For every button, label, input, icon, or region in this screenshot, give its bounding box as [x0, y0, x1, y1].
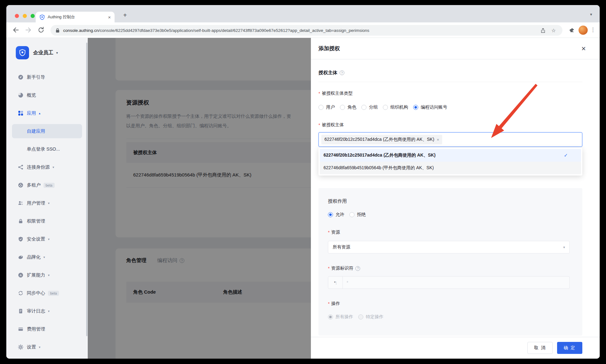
required-marker: *: [318, 122, 320, 128]
back-icon[interactable]: [12, 26, 20, 34]
sidebar-item-applications[interactable]: 应用 ▴: [6, 104, 88, 122]
pie-chart-icon: [18, 92, 23, 98]
sidebar-item-settings[interactable]: 设置 ▾: [6, 338, 88, 356]
radio-allow[interactable]: 允许: [328, 212, 344, 218]
subject-select-input[interactable]: 622746f20b12c25017ad4dca (乙外包商使用的 AK、SK)…: [318, 132, 582, 147]
drawer-title: 添加授权: [318, 45, 581, 52]
circle-a-icon: A: [18, 272, 23, 278]
credit-card-icon: [18, 326, 23, 332]
radio-disabled-icon: [358, 314, 363, 319]
beta-badge: beta: [48, 291, 59, 296]
subject-label: * 被授权主体: [318, 122, 582, 128]
remove-tag-icon[interactable]: ×: [437, 137, 439, 142]
browser-tab[interactable]: Authing 控制台 ×: [36, 12, 115, 22]
dropdown-option-selected[interactable]: 622746f20b12c25017ad4dca (乙外包商使用的 AK、SK)…: [320, 149, 581, 162]
sidebar-item-identity-sources[interactable]: 连接身份源 ▾: [6, 158, 88, 176]
authorization-detail-panel: 授权作用 允许 拒绝 * 资源: [318, 188, 582, 336]
sidebar-item-permission-management[interactable]: 权限管理: [6, 212, 88, 230]
radio-organization[interactable]: 组织机构: [383, 104, 408, 110]
gear-icon: [18, 344, 23, 350]
close-window-button[interactable]: [15, 14, 19, 18]
sidebar-item-sync-center[interactable]: 同步中心 beta: [6, 284, 88, 302]
radio-icon[interactable]: [349, 212, 354, 217]
profile-avatar[interactable]: [579, 26, 588, 35]
sidebar-item-sso[interactable]: 单点登录 SSO...: [6, 140, 88, 158]
help-icon[interactable]: ?: [340, 70, 344, 75]
authing-favicon-shield-icon: [39, 15, 45, 20]
sidebar-item-billing[interactable]: 费用管理: [6, 320, 88, 338]
confirm-button[interactable]: 确 定: [557, 342, 582, 354]
required-marker: *: [328, 301, 330, 306]
zoom-window-button[interactable]: [31, 14, 35, 18]
radio-selected-icon[interactable]: [328, 212, 333, 217]
subject-type-radio-group: 用户 角色 分组 组织机构: [318, 104, 582, 110]
sidebar-item-overview[interactable]: 概览: [6, 86, 88, 104]
radio-programmatic-account[interactable]: 编程访问账号: [413, 104, 447, 110]
compass-icon: [18, 75, 23, 80]
workspace-chevron-down-icon: ▾: [56, 51, 58, 55]
close-icon[interactable]: ×: [581, 45, 586, 52]
browser-window: Authing 控制台 × + ▾ console.authing.cn/con…: [6, 5, 600, 359]
url-text: console.authing.cn/console/6225dd4297dfd…: [63, 28, 540, 33]
minimize-window-button[interactable]: [23, 14, 27, 18]
drawer-body: 授权主体 ? * 被授权主体类型 用户 角色: [311, 59, 600, 337]
share-nodes-icon: [18, 164, 23, 170]
identifier-prefix: *:: [328, 277, 343, 289]
radio-user[interactable]: 用户: [318, 104, 335, 110]
radio-icon[interactable]: [318, 105, 324, 110]
users-icon: [18, 200, 23, 206]
bookmark-star-icon[interactable]: ☆: [551, 27, 556, 33]
selected-menu-pill[interactable]: 自建应用: [12, 124, 82, 138]
tab-close-icon[interactable]: ×: [108, 15, 111, 20]
url-bar[interactable]: console.authing.cn/console/6225dd4297dfd…: [50, 25, 562, 36]
cancel-button[interactable]: 取 消: [527, 342, 553, 354]
radio-icon[interactable]: [361, 105, 366, 110]
chevron-down-icon: ▾: [53, 165, 54, 169]
resource-identifier-input[interactable]: [343, 277, 569, 289]
lock-icon[interactable]: [56, 28, 60, 33]
chevron-down-icon: ▾: [39, 345, 40, 349]
effect-label: 授权作用: [328, 198, 570, 204]
radio-icon[interactable]: [340, 105, 345, 110]
radio-selected-icon[interactable]: [413, 105, 418, 110]
extensions-puzzle-icon[interactable]: [569, 27, 576, 33]
sidebar-item-branding[interactable]: 品牌化 ▾: [6, 248, 88, 266]
url-path: /console/6225dd4297dfdae373e3b0e5/applic…: [99, 28, 369, 33]
document-lines-icon: [18, 308, 23, 314]
sidebar-item-extensions[interactable]: A 扩展能力 ▾: [6, 266, 88, 284]
chevron-down-icon: ▾: [563, 245, 565, 249]
sidebar-item-user-management[interactable]: 用户管理 ▾: [6, 194, 88, 212]
help-icon[interactable]: ?: [355, 266, 360, 271]
dropdown-option[interactable]: 622746d8fa659b4519b0564b (甲外包商使用的 AK、SK): [320, 162, 581, 174]
resource-select[interactable]: 所有资源 ▾: [328, 241, 570, 254]
chevron-up-icon: ▴: [39, 111, 40, 115]
selected-subject-tag: 622746f20b12c25017ad4dca (乙外包商使用的 AK、SK)…: [321, 135, 442, 144]
browser-menu-icon[interactable]: ⋮: [590, 27, 595, 33]
radio-role[interactable]: 角色: [340, 104, 356, 110]
forward-icon[interactable]: [25, 26, 32, 34]
beta-badge: beta: [44, 183, 55, 188]
radio-disabled-selected-icon: [328, 314, 333, 319]
workspace-switcher[interactable]: 企业员工 ▾: [6, 38, 88, 59]
drawer-header: 添加授权 ×: [311, 38, 600, 59]
subject-section-title: 授权主体 ?: [318, 70, 582, 76]
radio-group[interactable]: 分组: [361, 104, 378, 110]
share-icon[interactable]: [540, 28, 546, 33]
resource-identifier-label: * 资源标识符 ?: [328, 266, 570, 271]
drawer-footer: 取 消 确 定: [311, 337, 600, 359]
chevron-down-icon: ▾: [48, 273, 50, 277]
radio-deny[interactable]: 拒绝: [349, 212, 366, 218]
action-label: * 操作: [328, 301, 570, 307]
sidebar-item-audit-logs[interactable]: 审计日志 ▾: [6, 302, 88, 320]
sidebar-item-security-settings[interactable]: 安全设置 ▾: [6, 230, 88, 248]
sidebar-scrollbar[interactable]: [86, 43, 87, 336]
tab-strip: Authing 控制台 × + ▾: [6, 5, 600, 22]
radio-icon[interactable]: [383, 105, 388, 110]
chevron-down-icon: ▾: [48, 309, 50, 313]
sidebar-item-self-built-apps[interactable]: 自建应用: [6, 122, 88, 140]
sidebar-item-multi-tenant[interactable]: 多租户 beta: [6, 176, 88, 194]
sidebar-item-guide[interactable]: 新手引导: [6, 68, 88, 86]
tab-search-chevron-icon[interactable]: ▾: [590, 12, 592, 17]
new-tab-button[interactable]: +: [121, 11, 129, 20]
reload-icon[interactable]: [37, 26, 45, 34]
